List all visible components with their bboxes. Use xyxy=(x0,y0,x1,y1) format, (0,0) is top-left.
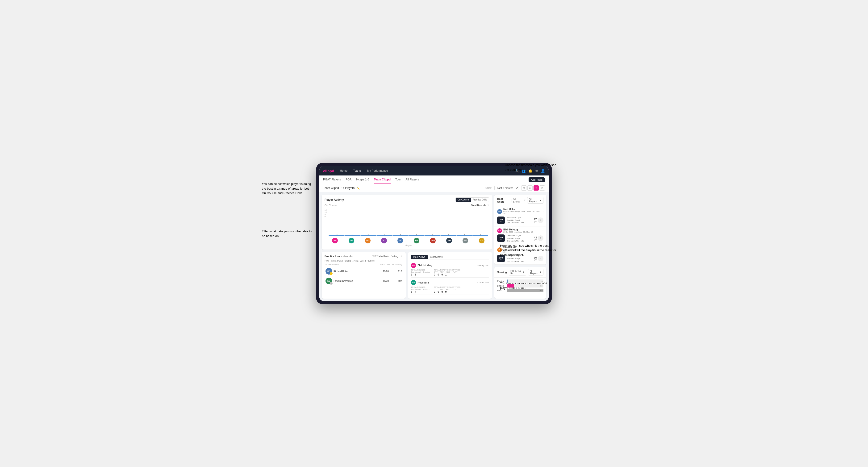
nav-home[interactable]: Home xyxy=(339,168,348,173)
lb-rank-1: 1 xyxy=(330,272,333,275)
edit-team-icon[interactable]: ✏️ xyxy=(356,187,360,190)
scoring-players-dropdown-arrow: ▼ xyxy=(539,271,542,273)
section-label: On Course Total Rounds ▼ xyxy=(324,204,489,207)
bar-group: 9 xyxy=(376,234,393,236)
player-avatar[interactable]: RB xyxy=(349,238,354,243)
activity-date-1: 26 Aug 2023 xyxy=(477,264,489,267)
card-view-button[interactable]: ♥ xyxy=(533,185,539,191)
subnav-pga[interactable]: PGA xyxy=(346,176,351,184)
bar-group: 3 xyxy=(424,234,440,236)
activity-player-1[interactable]: BM Blair McHarg 26 Aug 2023 Total Rounds… xyxy=(411,261,489,278)
subnav-team-clippd[interactable]: Team Clippd xyxy=(374,176,391,184)
annotation-bottom-right1: Here you can see who's hit the best shot… xyxy=(500,243,557,257)
player-avatar[interactable]: EC xyxy=(463,238,468,243)
activity-avatar-2: RB xyxy=(411,280,416,285)
all-shots-tab[interactable]: All Shots xyxy=(513,197,522,203)
shot-player-row-2[interactable]: BM Blair McHarg 23 Jul 2023 · Ashridge G… xyxy=(494,226,546,245)
annotation-bottom-left: Filter what data you wish the table to b… xyxy=(262,229,314,238)
shot-chevron-2[interactable]: › xyxy=(542,229,544,232)
shot-player-info-2: Blair McHarg 23 Jul 2023 · Ashridge GC, … xyxy=(503,228,541,233)
practice-leaderboard-card: Practice Leaderboards PUTT Must Make Put… xyxy=(322,252,406,299)
settings-view-button[interactable]: ⊟ xyxy=(540,185,545,191)
team-header: Team Clippd | 14 Players ✏️ Show: Last 3… xyxy=(319,184,549,192)
player-avatar[interactable]: RBu xyxy=(430,238,436,243)
team-title: Team Clippd | 14 Players xyxy=(323,186,354,190)
nav-teams[interactable]: Teams xyxy=(352,168,362,173)
lb-name-2: Edward Crossman xyxy=(334,280,375,282)
scoring-par-filter[interactable]: Par 3, 4 & 5s ▼ xyxy=(509,269,526,276)
lb-name-1: Richard Butler xyxy=(334,270,375,273)
player-avatar[interactable]: BM xyxy=(332,238,338,243)
player-avatar[interactable]: JC xyxy=(381,238,387,243)
player-activity-card: Player Activity On Course Practice Drill… xyxy=(322,195,492,250)
chart-area: 15 10 5 0 1312109543322 BMRBDFJCEEDBRBuM… xyxy=(324,208,489,247)
lb-rank-2: 2 xyxy=(330,282,333,285)
time-filter-select[interactable]: Last 3 months xyxy=(494,186,519,190)
shot-player-info-1: Matt Miller 09 Jun 2023 · Royal North De… xyxy=(503,208,541,215)
tablet-screen: clippd Home Teams My Performance 🔍 👥 🔔 ⊕… xyxy=(319,166,549,301)
shot-metric-2a: 43 yds xyxy=(534,236,537,241)
leaderboard-subtitle: PUTT Must Make Putting (3-6 ft), Last 3 … xyxy=(324,259,403,262)
lb-avg-2: 107 xyxy=(390,280,402,282)
activity-player-2[interactable]: RB Rees Britt 02 Sep 2023 Total Rounds T… xyxy=(411,279,489,295)
leaderboard-row[interactable]: RB 1 Richard Butler 19/20 110 xyxy=(324,267,403,276)
shot-player-row-1[interactable]: MM Matt Miller 09 Jun 2023 · Royal North… xyxy=(494,206,546,226)
bottom-panels: Practice Leaderboards PUTT Must Make Put… xyxy=(322,252,492,299)
shot-details-1: 200 SG Shot Dist: 67 yds Start Lie: Roug… xyxy=(497,216,544,224)
shot-zero-2: 0 xyxy=(538,236,544,241)
leaderboard-row[interactable]: EC 2 Edward Crossman 18/20 107 xyxy=(324,276,403,286)
on-course-toggle[interactable]: On Course xyxy=(456,198,471,201)
all-players-filter[interactable]: All Players ▼ xyxy=(527,197,544,204)
filter-dropdown[interactable]: Total Rounds ▼ xyxy=(471,204,489,207)
total-rounds-group-2: Total Rounds Tournament Practice 8 4 xyxy=(411,286,430,293)
shot-info-2: Shot Dist: 43 yds Start Lie: Rough End L… xyxy=(507,235,532,243)
activity-stats-2: Total Rounds Tournament Practice 8 4 xyxy=(411,286,489,293)
best-shots-header: Best Shots | All Shots ▼ All Players ▼ xyxy=(494,195,546,206)
logo: clippd xyxy=(323,169,334,173)
shot-avatar-1: MM xyxy=(497,209,502,214)
shot-avatar-2: BM xyxy=(497,228,502,233)
subnav-all-players[interactable]: All Players xyxy=(405,176,419,184)
shots-dropdown-arrow[interactable]: ▼ xyxy=(524,199,526,201)
subnav-pgat[interactable]: PGAT Players xyxy=(323,176,341,184)
scoring-players-filter[interactable]: All Players ▼ xyxy=(528,269,544,276)
shot-zero-1: 0 xyxy=(538,217,544,223)
shot-badge-2: 200 SG xyxy=(497,235,505,242)
list-view-button[interactable]: ≡ xyxy=(527,185,533,191)
player-avatar[interactable]: DF xyxy=(365,238,371,243)
nav-my-performance[interactable]: My Performance xyxy=(366,168,389,173)
leaderboard-columns: PLAYER NAME PB SCORE PB AVG SQ xyxy=(324,263,403,266)
grid-view-button[interactable]: ⊞ xyxy=(521,185,526,191)
show-label: Show: xyxy=(485,187,492,189)
lb-avg-1: 110 xyxy=(390,270,402,273)
practice-activities-group-1: Total Practice Activities GTT APP ARG PU… xyxy=(434,269,460,276)
filter-dropdown-arrow[interactable]: ▼ xyxy=(487,204,489,206)
subnav-tour[interactable]: Tour xyxy=(395,176,401,184)
activity-avatar-1: BM xyxy=(411,263,416,268)
shot-player-name-2: Blair McHarg xyxy=(503,228,541,231)
activity-stats-1: Total Rounds Tournament Practice 7 6 xyxy=(411,269,489,276)
activity-tabs: Most Active Least Active xyxy=(411,255,489,259)
activity-player-header-2: RB Rees Britt 02 Sep 2023 xyxy=(411,280,489,285)
least-active-tab[interactable]: Least Active xyxy=(428,255,445,259)
player-avatar[interactable]: EE xyxy=(398,238,403,243)
practice-drills-toggle[interactable]: Practice Drills xyxy=(471,198,489,201)
sub-navigation: PGAT Players PGA Hcaps 1-5 Team Clippd T… xyxy=(319,176,549,184)
bar-group: 10 xyxy=(361,234,376,236)
leaderboard-dropdown[interactable]: PUTT Must Make Putting... ▼ xyxy=(372,255,403,257)
best-shots-tab[interactable]: Best Shots xyxy=(497,197,509,203)
shot-chevron-1[interactable]: › xyxy=(542,210,544,213)
filter-dropdown-arrow: ▼ xyxy=(539,199,542,201)
total-rounds-group-1: Total Rounds Tournament Practice 7 6 xyxy=(411,269,430,276)
player-avatar[interactable]: LR xyxy=(479,238,485,243)
player-avatar[interactable]: DB xyxy=(414,238,420,243)
shot-info-1: Shot Dist: 67 yds Start Lie: Rough End L… xyxy=(507,216,532,224)
shot-metrics-2: 43 yds 0 xyxy=(534,236,544,241)
add-team-button[interactable]: Add Team xyxy=(529,177,545,182)
most-active-tab[interactable]: Most Active xyxy=(411,255,428,259)
scoring-header: Scoring Par 3, 4 & 5s ▼ All Players ▼ xyxy=(494,267,546,278)
bar-group: 3 xyxy=(440,234,456,236)
player-avatar[interactable]: MM xyxy=(446,238,452,243)
subnav-hcaps[interactable]: Hcaps 1-5 xyxy=(356,176,369,184)
most-active-card: Most Active Least Active BM Blair McHarg… xyxy=(408,252,492,299)
